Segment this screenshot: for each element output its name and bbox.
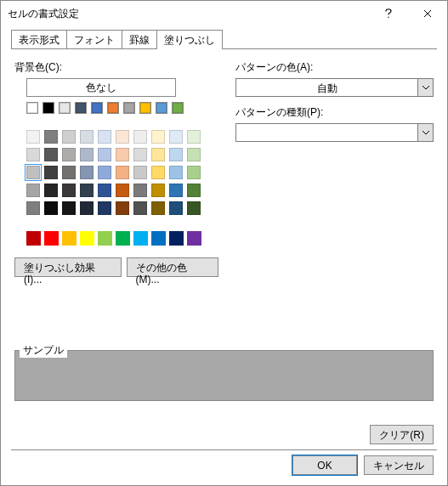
color-swatch[interactable]: [151, 201, 165, 215]
color-swatch[interactable]: [116, 231, 130, 246]
color-swatch[interactable]: [91, 102, 103, 114]
color-swatch[interactable]: [116, 148, 129, 161]
color-swatch[interactable]: [26, 201, 40, 215]
format-cells-dialog: セルの書式設定 表示形式フォント罫線塗りつぶし 背景色(C): 色なし: [0, 0, 448, 486]
color-swatch[interactable]: [80, 184, 94, 197]
theme-color-grid: [26, 102, 218, 246]
color-swatch[interactable]: [80, 130, 94, 144]
chevron-down-icon: [417, 79, 433, 96]
color-swatch[interactable]: [44, 184, 58, 197]
tab-1[interactable]: フォント: [67, 30, 122, 48]
sample-fieldset: サンプル: [14, 350, 434, 401]
color-swatch[interactable]: [62, 130, 76, 144]
color-swatch[interactable]: [151, 184, 165, 197]
color-swatch[interactable]: [116, 130, 129, 144]
color-swatch[interactable]: [98, 148, 111, 161]
color-swatch[interactable]: [43, 102, 54, 114]
tab-fill-panel: 背景色(C): 色なし 塗りつぶし効果(I)... その他の色(M)...: [11, 48, 437, 478]
color-swatch[interactable]: [187, 130, 201, 144]
help-button[interactable]: [369, 1, 408, 26]
help-icon: [384, 8, 393, 20]
color-swatch[interactable]: [169, 166, 183, 179]
color-swatch[interactable]: [44, 148, 58, 161]
clear-button[interactable]: クリア(R): [370, 425, 434, 444]
color-swatch[interactable]: [169, 201, 183, 215]
color-swatch[interactable]: [187, 231, 201, 246]
close-icon: [423, 9, 432, 18]
color-swatch[interactable]: [80, 166, 94, 179]
close-button[interactable]: [408, 1, 447, 26]
chevron-down-icon: [417, 124, 433, 141]
color-swatch[interactable]: [26, 166, 40, 179]
tab-0[interactable]: 表示形式: [11, 30, 67, 48]
color-swatch[interactable]: [133, 166, 147, 179]
color-swatch[interactable]: [26, 148, 40, 161]
sample-preview: [14, 350, 434, 401]
titlebar: セルの書式設定: [1, 1, 447, 26]
tab-2[interactable]: 罫線: [122, 30, 157, 48]
color-swatch[interactable]: [133, 231, 148, 246]
tab-3[interactable]: 塗りつぶし: [157, 30, 223, 49]
color-swatch[interactable]: [44, 231, 59, 246]
color-swatch[interactable]: [151, 148, 165, 161]
color-swatch[interactable]: [133, 184, 147, 197]
color-swatch[interactable]: [62, 231, 77, 246]
color-swatch[interactable]: [133, 130, 147, 144]
cancel-button[interactable]: キャンセル: [364, 455, 434, 475]
color-swatch[interactable]: [169, 184, 183, 197]
color-swatch[interactable]: [169, 148, 183, 161]
color-swatch[interactable]: [187, 201, 201, 215]
standard-color-row: [26, 231, 218, 246]
pattern-color-label: パターンの色(A):: [235, 60, 434, 75]
color-swatch[interactable]: [151, 166, 165, 179]
color-swatch[interactable]: [116, 201, 129, 215]
color-swatch[interactable]: [169, 231, 184, 246]
color-swatch[interactable]: [139, 102, 151, 114]
pattern-type-label: パターンの種類(P):: [235, 105, 434, 120]
color-swatch[interactable]: [26, 102, 38, 114]
color-swatch[interactable]: [151, 130, 165, 144]
other-colors-button[interactable]: その他の色(M)...: [127, 257, 218, 277]
color-swatch[interactable]: [98, 231, 112, 246]
pattern-type-value: [236, 124, 417, 141]
color-swatch[interactable]: [62, 148, 76, 161]
pattern-type-dropdown[interactable]: [235, 123, 434, 142]
color-swatch[interactable]: [80, 201, 94, 215]
color-swatch[interactable]: [133, 201, 147, 215]
color-swatch[interactable]: [44, 166, 58, 179]
color-swatch[interactable]: [98, 184, 111, 197]
color-swatch[interactable]: [98, 130, 111, 144]
color-swatch[interactable]: [151, 231, 166, 246]
color-swatch[interactable]: [187, 166, 201, 179]
color-swatch[interactable]: [172, 102, 184, 114]
color-swatch[interactable]: [187, 148, 201, 161]
fill-effects-button[interactable]: 塗りつぶし効果(I)...: [14, 257, 122, 277]
color-swatch[interactable]: [75, 102, 87, 114]
ok-button[interactable]: OK: [292, 455, 357, 475]
color-swatch[interactable]: [62, 184, 76, 197]
color-swatch[interactable]: [44, 130, 58, 144]
color-swatch[interactable]: [26, 184, 40, 197]
color-swatch[interactable]: [26, 231, 41, 246]
color-swatch[interactable]: [80, 148, 94, 161]
color-swatch[interactable]: [80, 231, 94, 246]
pattern-color-dropdown[interactable]: 自動: [235, 78, 434, 97]
color-swatch[interactable]: [123, 102, 135, 114]
color-swatch[interactable]: [169, 130, 183, 144]
color-swatch[interactable]: [156, 102, 167, 114]
window-title: セルの書式設定: [8, 7, 369, 21]
color-swatch[interactable]: [62, 166, 76, 179]
color-swatch[interactable]: [62, 201, 76, 215]
sample-label: サンプル: [20, 343, 67, 358]
color-swatch[interactable]: [116, 184, 129, 197]
color-swatch[interactable]: [116, 166, 129, 179]
color-swatch[interactable]: [59, 102, 71, 114]
no-color-button[interactable]: 色なし: [26, 78, 176, 97]
color-swatch[interactable]: [133, 148, 147, 161]
color-swatch[interactable]: [98, 166, 111, 179]
color-swatch[interactable]: [26, 130, 40, 144]
color-swatch[interactable]: [44, 201, 58, 215]
color-swatch[interactable]: [98, 201, 111, 215]
color-swatch[interactable]: [107, 102, 119, 114]
color-swatch[interactable]: [187, 184, 201, 197]
